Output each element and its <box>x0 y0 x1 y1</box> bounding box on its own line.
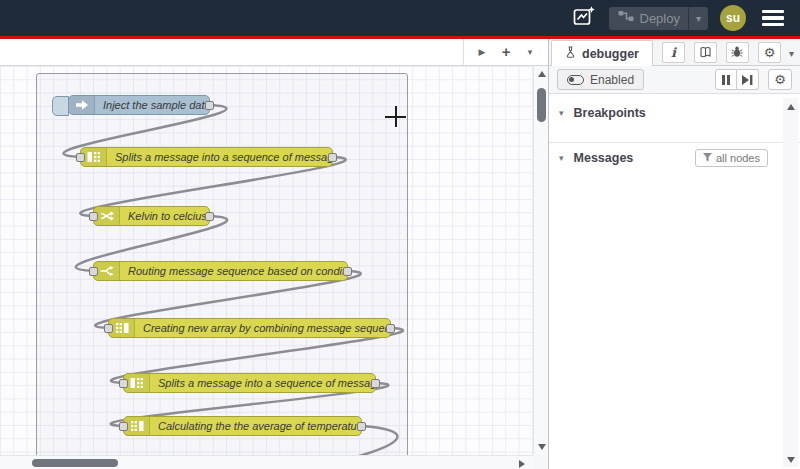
sidebar: debugger i <box>549 39 800 469</box>
node-label: Calculating the the average of temperatu… <box>150 420 361 432</box>
input-port[interactable] <box>89 212 98 221</box>
scroll-up-icon[interactable] <box>787 104 795 110</box>
tab-help[interactable] <box>694 42 717 63</box>
flow-tab-controls: ▶ + ▾ <box>463 39 548 65</box>
debugger-toolbar: Enabled <box>549 66 800 94</box>
toggle-on-icon <box>567 75 584 85</box>
chart-sparkle-icon <box>573 5 597 31</box>
flow-node-inject[interactable]: Inject the sample data <box>68 95 210 115</box>
scrollbar-corner <box>533 455 548 469</box>
tab-debugger[interactable]: debugger <box>551 40 653 66</box>
flow-node-join[interactable]: Creating new array by combining message … <box>108 318 391 338</box>
output-port[interactable] <box>343 267 352 276</box>
add-flow-button[interactable]: + <box>496 47 516 57</box>
flow-list-caret-icon[interactable]: ▾ <box>520 47 540 57</box>
sidebar-tabs-menu-icon[interactable]: ▾ <box>789 48 794 59</box>
flow-canvas[interactable]: Inject the sample dataSplits a message i… <box>0 66 533 455</box>
pause-button[interactable] <box>715 69 737 90</box>
canvas-horizontal-scrollbar[interactable] <box>0 455 533 469</box>
enabled-label: Enabled <box>590 73 634 87</box>
horizontal-scroll-thumb[interactable] <box>32 459 118 467</box>
node-label: Creating new array by combining message … <box>135 322 390 334</box>
debugger-settings-button[interactable]: ⚙ <box>768 69 792 90</box>
workspace: ▶ + ▾ Inject the sample dataSplits a mes… <box>0 39 549 469</box>
deploy-button[interactable]: Deploy ▾ <box>609 7 709 30</box>
filter-label: all nodes <box>716 152 760 164</box>
flow-node-switch[interactable]: Routing message sequence based on condit… <box>93 261 348 281</box>
node-label: Splits a message into a sequence of mess… <box>107 151 332 163</box>
chevron-down-icon: ▾ <box>559 153 564 163</box>
output-port[interactable] <box>205 101 214 110</box>
tab-debugger-label: debugger <box>582 47 639 61</box>
scroll-down-icon[interactable] <box>787 457 795 463</box>
flow-node-join[interactable]: Calculating the the average of temperatu… <box>123 416 362 436</box>
input-port[interactable] <box>119 422 128 431</box>
output-port[interactable] <box>205 212 214 221</box>
inject-trigger-button[interactable] <box>52 96 69 116</box>
flask-icon <box>565 46 576 61</box>
node-label: Routing message sequence based on condit… <box>120 265 347 277</box>
scroll-up-icon[interactable] <box>538 71 546 77</box>
inject-node-icon <box>69 96 95 114</box>
message-filter-button[interactable]: all nodes <box>695 149 768 167</box>
tab-debug-messages[interactable] <box>726 42 749 63</box>
sidebar-tabbar: debugger i <box>549 39 800 66</box>
header: Deploy ▾ su <box>0 0 800 36</box>
user-avatar[interactable]: su <box>720 5 746 31</box>
scroll-down-icon[interactable] <box>538 444 546 450</box>
gear-icon: ⚙ <box>774 73 786 86</box>
tab-config-nodes[interactable]: ⚙ <box>758 42 781 63</box>
gear-icon: ⚙ <box>764 46 776 59</box>
funnel-icon <box>703 152 712 164</box>
deploy-options-caret-icon[interactable]: ▾ <box>689 13 708 24</box>
output-port[interactable] <box>357 422 366 431</box>
node-red-app: Deploy ▾ su ▶ + ▾ Inject the sample data… <box>0 0 800 469</box>
chevron-down-icon: ▾ <box>559 108 564 118</box>
sidebar-tab-icons: i <box>662 42 781 63</box>
breakpoints-section: ▾ Breakpoints <box>549 94 800 143</box>
output-port[interactable] <box>371 379 380 388</box>
main-area: ▶ + ▾ Inject the sample dataSplits a mes… <box>0 39 800 469</box>
debugger-panel: ▾ Breakpoints ▾ Messages <box>549 94 800 469</box>
bug-icon <box>731 44 743 62</box>
tab-scroll-right-icon[interactable]: ▶ <box>472 47 492 57</box>
main-menu-button[interactable] <box>762 10 784 26</box>
debugger-step-controls <box>715 69 759 90</box>
tab-info[interactable]: i <box>662 42 685 63</box>
debugger-enabled-toggle[interactable]: Enabled <box>557 69 644 90</box>
breakpoints-section-header[interactable]: ▾ Breakpoints <box>549 100 800 126</box>
info-icon: i <box>671 45 676 60</box>
input-port[interactable] <box>76 153 85 162</box>
node-label: Splits a message into a sequence of mess… <box>150 377 375 389</box>
input-port[interactable] <box>104 324 113 333</box>
pause-icon <box>722 75 731 85</box>
messages-section: ▾ Messages all nodes <box>549 143 800 171</box>
flow-node-split[interactable]: Splits a message into a sequence of mess… <box>80 147 333 167</box>
scroll-right-icon[interactable] <box>519 460 525 468</box>
breakpoints-title: Breakpoints <box>574 106 646 120</box>
flow-node-change[interactable]: Kelvin to celcius <box>93 206 210 226</box>
deploy-icon <box>618 9 634 27</box>
assistant-chart-icon-button[interactable] <box>573 5 597 31</box>
step-forward-icon <box>742 71 753 89</box>
deploy-label: Deploy <box>634 11 688 26</box>
flow-tabbar: ▶ + ▾ <box>0 39 548 66</box>
messages-section-header[interactable]: ▾ Messages all nodes <box>549 145 800 171</box>
vertical-scroll-thumb[interactable] <box>537 88 546 122</box>
step-button[interactable] <box>737 69 759 90</box>
output-port[interactable] <box>386 324 395 333</box>
flow-node-split[interactable]: Splits a message into a sequence of mess… <box>123 373 376 393</box>
input-port[interactable] <box>89 267 98 276</box>
node-label: Inject the sample data <box>95 99 209 111</box>
node-label: Kelvin to celcius <box>120 210 207 222</box>
input-port[interactable] <box>119 379 128 388</box>
book-icon <box>699 44 712 62</box>
output-port[interactable] <box>328 153 337 162</box>
canvas-vertical-scrollbar[interactable] <box>533 66 548 455</box>
sidebar-scrollbar[interactable] <box>783 98 798 467</box>
messages-title: Messages <box>574 151 634 165</box>
